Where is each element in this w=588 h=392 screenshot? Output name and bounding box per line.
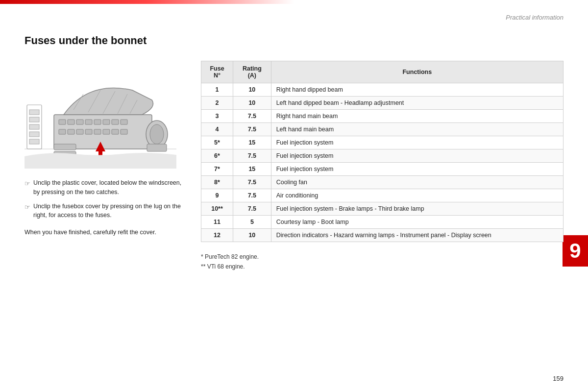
- fuse-number: 3: [201, 110, 233, 123]
- table-row: 4 7.5 Left hand main beam: [201, 123, 564, 136]
- fuse-function: Right hand main beam: [271, 110, 563, 123]
- fuse-rating: 7.5: [233, 189, 271, 202]
- svg-rect-29: [121, 129, 127, 134]
- fuse-function: Left hand main beam: [271, 123, 563, 136]
- footnote-1: * PureTech 82 engine.: [201, 252, 564, 262]
- fuse-number: 9: [201, 189, 233, 202]
- fuse-rating: 7.5: [233, 123, 271, 136]
- note-text: When you have finished, carefully refit …: [24, 228, 186, 237]
- svg-rect-3: [29, 110, 39, 115]
- fuse-rating: 7.5: [233, 149, 271, 163]
- table-row: 1 10 Right hand dipped beam: [201, 83, 564, 97]
- svg-rect-27: [103, 129, 110, 134]
- fuse-function: Fuel injection system: [271, 149, 563, 163]
- fuse-rating: 10: [233, 97, 271, 110]
- footnotes: * PureTech 82 engine.** VTi 68 engine.: [201, 252, 564, 272]
- table-row: 3 7.5 Right hand main beam: [201, 110, 564, 123]
- svg-rect-26: [94, 129, 101, 134]
- fuse-rating: 7.5: [233, 202, 271, 216]
- fuse-box-svg: [24, 61, 176, 169]
- svg-rect-17: [85, 120, 92, 124]
- svg-rect-28: [112, 129, 119, 134]
- table-row: 9 7.5 Air conditioning: [201, 189, 564, 202]
- fuse-table: FuseN° Rating(A) Functions 1 10 Right ha…: [201, 61, 564, 242]
- svg-rect-24: [76, 129, 83, 134]
- svg-point-34: [150, 124, 164, 144]
- fuse-function: Air conditioning: [271, 189, 563, 202]
- instruction-item-1: ☞ Unclip the plastic cover, located belo…: [24, 178, 186, 197]
- svg-rect-19: [103, 120, 110, 124]
- table-row: 6* 7.5 Fuel injection system: [201, 149, 564, 163]
- bullet-icon-2: ☞: [24, 202, 30, 212]
- svg-rect-14: [59, 120, 66, 124]
- top-bar: [0, 0, 294, 4]
- svg-rect-18: [94, 120, 101, 124]
- svg-rect-25: [85, 129, 92, 134]
- table-row: 8* 7.5 Cooling fan: [201, 176, 564, 189]
- svg-rect-15: [68, 120, 74, 124]
- fuse-function: Direction indicators - Hazard warning la…: [271, 229, 563, 242]
- fuse-number: 6*: [201, 149, 233, 163]
- instructions-list: ☞ Unclip the plastic cover, located belo…: [24, 178, 186, 220]
- right-column: FuseN° Rating(A) Functions 1 10 Right ha…: [201, 61, 564, 272]
- left-column: ☞ Unclip the plastic cover, located belo…: [24, 61, 186, 237]
- fuse-function: Right hand dipped beam: [271, 83, 563, 97]
- col-header-fuse: FuseN°: [201, 61, 233, 83]
- svg-rect-7: [29, 139, 39, 144]
- svg-rect-16: [76, 120, 83, 124]
- fuse-illustration: [24, 61, 176, 169]
- table-row: 5* 15 Fuel injection system: [201, 136, 564, 149]
- fuse-number: 4: [201, 123, 233, 136]
- footnote-2: ** VTi 68 engine.: [201, 262, 564, 271]
- fuse-rating: 5: [233, 216, 271, 229]
- fuse-function: Fuel injection system: [271, 136, 563, 149]
- fuse-number: 5*: [201, 136, 233, 149]
- fuse-function: Cooling fan: [271, 176, 563, 189]
- fuse-function: Courtesy lamp - Boot lamp: [271, 216, 563, 229]
- section-badge: 9: [563, 235, 588, 267]
- main-content: Fuses under the bonnet: [24, 34, 564, 272]
- fuse-number: 8*: [201, 176, 233, 189]
- svg-rect-20: [112, 120, 119, 124]
- page-title: Fuses under the bonnet: [24, 34, 564, 47]
- fuse-number: 12: [201, 229, 233, 242]
- fuse-number: 11: [201, 216, 233, 229]
- bullet-icon-1: ☞: [24, 179, 30, 189]
- instruction-text-1: Unclip the plastic cover, located below …: [33, 178, 186, 197]
- fuse-rating: 10: [233, 83, 271, 97]
- svg-rect-30: [54, 144, 76, 150]
- svg-rect-21: [121, 120, 127, 124]
- table-row: 12 10 Direction indicators - Hazard warn…: [201, 229, 564, 242]
- fuse-function: Fuel injection system - Brake lamps - Th…: [271, 202, 563, 216]
- page-header: Practical information: [506, 14, 564, 21]
- fuse-number: 1: [201, 83, 233, 97]
- fuse-number: 7*: [201, 163, 233, 176]
- fuse-number: 10**: [201, 202, 233, 216]
- instruction-text-2: Unclip the fusebox cover by pressing on …: [33, 202, 186, 220]
- svg-rect-22: [59, 129, 66, 134]
- fuse-function: Fuel injection system: [271, 163, 563, 176]
- fuse-rating: 7.5: [233, 176, 271, 189]
- table-row: 2 10 Left hand dipped beam - Headlamp ad…: [201, 97, 564, 110]
- table-row: 10** 7.5 Fuel injection system - Brake l…: [201, 202, 564, 216]
- instruction-item-2: ☞ Unclip the fusebox cover by pressing o…: [24, 202, 186, 220]
- fuse-rating: 10: [233, 229, 271, 242]
- fuse-rating: 15: [233, 136, 271, 149]
- col-header-functions: Functions: [271, 61, 563, 83]
- page-number: 159: [553, 375, 564, 382]
- fuse-function: Left hand dipped beam - Headlamp adjustm…: [271, 97, 563, 110]
- two-column-layout: ☞ Unclip the plastic cover, located belo…: [24, 61, 564, 272]
- fuse-rating: 15: [233, 163, 271, 176]
- svg-rect-35: [147, 144, 167, 151]
- svg-rect-23: [68, 129, 74, 134]
- fuse-number: 2: [201, 97, 233, 110]
- svg-rect-6: [29, 132, 39, 137]
- table-header-row: FuseN° Rating(A) Functions: [201, 61, 564, 83]
- table-row: 11 5 Courtesy lamp - Boot lamp: [201, 216, 564, 229]
- table-row: 7* 15 Fuel injection system: [201, 163, 564, 176]
- svg-rect-5: [29, 124, 39, 129]
- col-header-rating: Rating(A): [233, 61, 271, 83]
- svg-rect-4: [29, 117, 39, 122]
- fuse-rating: 7.5: [233, 110, 271, 123]
